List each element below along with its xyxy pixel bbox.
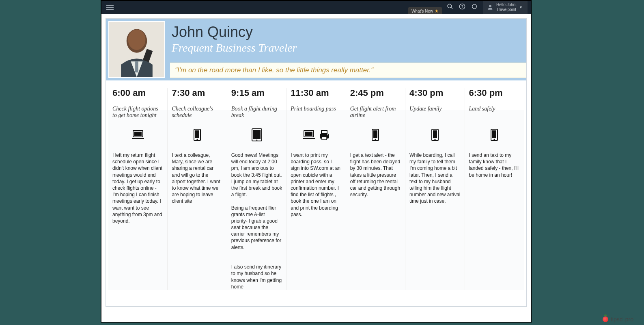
svg-rect-9 [134, 132, 142, 136]
timeline-activity: Print boarding pass [291, 106, 341, 122]
svg-point-23 [327, 134, 328, 135]
help-icon[interactable]: ? [459, 3, 465, 11]
timeline-story: While boarding, I call my family to tell… [409, 152, 460, 205]
timeline-story: I text a colleague, Mary, since we are s… [172, 152, 222, 205]
printer-icon [318, 130, 330, 142]
timeline-column: 6:00 amCheck flight options to get home … [108, 88, 168, 290]
svg-rect-28 [433, 130, 437, 138]
chevron-down-icon: ▾ [520, 5, 522, 10]
svg-rect-10 [132, 138, 144, 139]
timeline-activity: Get flight alert from airline [350, 106, 401, 122]
timeline-column: 11:30 amPrint boarding passI want to pri… [286, 88, 346, 290]
timeline-time: 6:00 am [112, 88, 163, 98]
timeline-column: 2:45 pmGet flight alert from airlineI ge… [346, 88, 405, 290]
timeline-story: Good news! Meetings will end today at 2:… [231, 152, 282, 290]
svg-rect-31 [492, 130, 496, 138]
document-area: John Quincy Frequent Business Traveler "… [101, 14, 532, 323]
device-icons [350, 128, 401, 144]
laptop-icon [302, 130, 316, 142]
device-icons [291, 128, 341, 144]
svg-point-26 [375, 139, 376, 140]
timeline-time: 6:30 pm [469, 88, 520, 98]
whats-new-label: What's New [411, 9, 433, 13]
watermark-text: tipsci.pro [611, 316, 633, 323]
device-icons [409, 128, 460, 144]
svg-rect-25 [373, 130, 377, 138]
timeline-activity: Check colleague's schedule [172, 106, 222, 122]
timeline-time: 4:30 pm [409, 88, 460, 98]
device-icons [112, 128, 163, 144]
persona-name: John Quincy [172, 24, 526, 41]
persona-role: Frequent Business Traveler [172, 41, 526, 54]
svg-point-2 [472, 4, 477, 9]
svg-rect-21 [321, 130, 327, 134]
user-org: Travelpoint [496, 7, 517, 12]
timeline-activity: Update family [409, 106, 460, 122]
timeline-column: 7:30 amCheck colleague's scheduleI text … [168, 88, 227, 290]
device-icons [469, 128, 520, 144]
device-icons [231, 128, 282, 144]
timeline-activity: Land safely [469, 106, 520, 122]
user-icon [487, 4, 493, 10]
timeline-column: 6:30 pmLand safelyI send an text to my f… [465, 88, 524, 290]
phone-icon [372, 129, 379, 143]
timeline-time: 7:30 am [172, 88, 222, 98]
timeline-time: 9:15 am [231, 88, 282, 98]
svg-point-16 [256, 140, 257, 141]
user-greeting: Hello John, [496, 2, 517, 7]
persona-quote: "I'm on the road more than I like, so th… [175, 66, 521, 74]
svg-rect-22 [322, 137, 327, 140]
phone-icon [431, 129, 439, 143]
user-menu[interactable]: Hello John, Travelpoint ▾ [483, 1, 528, 14]
svg-rect-18 [305, 132, 312, 136]
timeline-story: I send an text to my family know that I … [469, 152, 520, 178]
timeline-story: I left my return flight schedule open si… [112, 152, 163, 224]
timeline-story: I want to print my boarding pass, so I s… [291, 152, 341, 218]
phone-icon [194, 129, 201, 143]
svg-point-13 [197, 139, 198, 140]
journey-timeline: 6:00 amCheck flight options to get home … [106, 80, 526, 306]
phone-icon [491, 129, 498, 143]
timeline-column: 9:15 amBook a flight during breakGood ne… [227, 88, 286, 290]
menu-hamburger-icon[interactable] [105, 3, 115, 11]
svg-point-32 [494, 139, 495, 140]
tablet-icon [252, 128, 262, 143]
svg-rect-12 [195, 130, 199, 138]
whats-new-button[interactable]: What's New ★ [408, 7, 442, 15]
timeline-activity: Book a flight during break [231, 106, 282, 122]
top-nav-bar: What's New ★ ? Hello John, Travelpoint ▾ [101, 0, 532, 14]
persona-quote-band: "I'm on the road more than I like, so th… [170, 63, 526, 78]
watermark: tipsci.pro [603, 316, 633, 323]
svg-point-29 [434, 139, 435, 140]
persona-avatar [108, 21, 165, 78]
laptop-icon [131, 130, 145, 142]
svg-rect-15 [253, 130, 261, 139]
star-icon: ★ [435, 9, 439, 14]
timeline-time: 11:30 am [291, 88, 341, 98]
timeline-time: 2:45 pm [350, 88, 401, 98]
timeline-column: 4:30 pmUpdate familyWhile boarding, I ca… [405, 88, 465, 290]
svg-point-5 [128, 29, 146, 50]
timeline-activity: Check flight options to get home tonight [112, 106, 163, 122]
persona-header: John Quincy Frequent Business Traveler "… [106, 19, 526, 80]
search-icon[interactable] [447, 3, 453, 11]
svg-rect-19 [303, 138, 315, 139]
timeline-story: I get a text alert - the flight has been… [350, 152, 401, 198]
svg-rect-6 [135, 61, 138, 72]
circle-icon[interactable] [471, 3, 478, 11]
svg-text:?: ? [461, 4, 463, 9]
device-icons [172, 128, 222, 144]
